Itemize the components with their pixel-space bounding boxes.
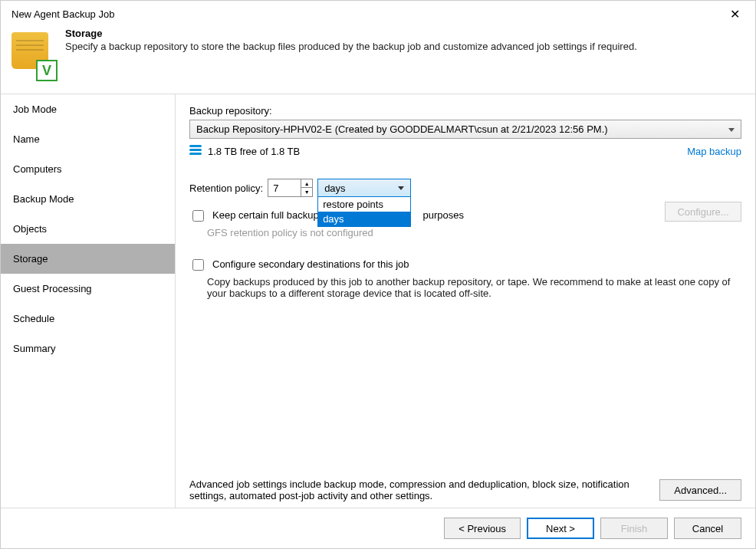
free-space-text: 1.8 TB free of 1.8 TB xyxy=(208,146,300,157)
page-subtitle: Specify a backup repository to store the… xyxy=(65,41,637,52)
sidebar-item-guest-processing[interactable]: Guest Processing xyxy=(1,274,175,304)
retention-unit-option-days[interactable]: days xyxy=(318,212,410,226)
sidebar-item-schedule[interactable]: Schedule xyxy=(1,304,175,334)
backup-repository-label: Backup repository: xyxy=(189,105,741,117)
keep-full-backups-label-before: Keep certain full backups xyxy=(212,209,324,221)
wizard-steps-sidebar: Job Mode Name Computers Backup Mode Obje… xyxy=(1,94,176,508)
page-title: Storage xyxy=(65,28,637,39)
sidebar-item-summary[interactable]: Summary xyxy=(1,334,175,363)
sidebar-item-name[interactable]: Name xyxy=(1,124,175,154)
sidebar-item-objects[interactable]: Objects xyxy=(1,214,175,244)
finish-button: Finish xyxy=(600,518,668,539)
spinner-down-icon[interactable]: ▼ xyxy=(301,188,312,196)
spinner-up-icon[interactable]: ▲ xyxy=(301,179,312,188)
retention-unit-dropdown: restore points days xyxy=(317,196,411,227)
retention-unit-option-restore-points[interactable]: restore points xyxy=(318,197,410,212)
disk-stack-icon xyxy=(189,145,202,157)
cancel-button[interactable]: Cancel xyxy=(674,518,741,539)
sidebar-item-backup-mode[interactable]: Backup Mode xyxy=(1,184,175,214)
retention-value-input[interactable] xyxy=(268,181,301,196)
secondary-destinations-checkbox[interactable] xyxy=(192,259,204,271)
gfs-not-configured-text: GFS retention policy is not configured xyxy=(207,227,741,238)
sidebar-item-computers[interactable]: Computers xyxy=(1,154,175,184)
backup-repository-value: Backup Repository-HPHV02-E (Created by G… xyxy=(196,123,608,135)
sidebar-item-job-mode[interactable]: Job Mode xyxy=(1,94,175,124)
retention-unit-value: days xyxy=(324,182,345,194)
retention-policy-label: Retention policy: xyxy=(189,182,263,194)
previous-button[interactable]: < Previous xyxy=(444,518,521,539)
sidebar-item-storage[interactable]: Storage xyxy=(1,244,175,274)
map-backup-link[interactable]: Map backup xyxy=(687,146,741,157)
close-icon[interactable]: ✕ xyxy=(725,7,744,21)
window-title: New Agent Backup Job xyxy=(12,8,114,20)
backup-repository-select[interactable]: Backup Repository-HPHV02-E (Created by G… xyxy=(189,120,741,139)
configure-button: Configure... xyxy=(665,202,741,222)
keep-full-backups-checkbox[interactable] xyxy=(192,210,204,222)
storage-wizard-icon: V xyxy=(12,28,54,81)
keep-full-backups-label-after: purposes xyxy=(423,209,464,221)
advanced-button[interactable]: Advanced... xyxy=(659,479,741,501)
secondary-destinations-label: Configure secondary destinations for thi… xyxy=(212,258,409,270)
secondary-destinations-description: Copy backups produced by this job to ano… xyxy=(207,276,741,299)
advanced-settings-description: Advanced job settings include backup mod… xyxy=(189,478,650,501)
retention-spinner[interactable]: ▲ ▼ xyxy=(268,179,313,197)
next-button[interactable]: Next > xyxy=(527,518,594,539)
retention-unit-select[interactable]: days xyxy=(317,179,411,197)
